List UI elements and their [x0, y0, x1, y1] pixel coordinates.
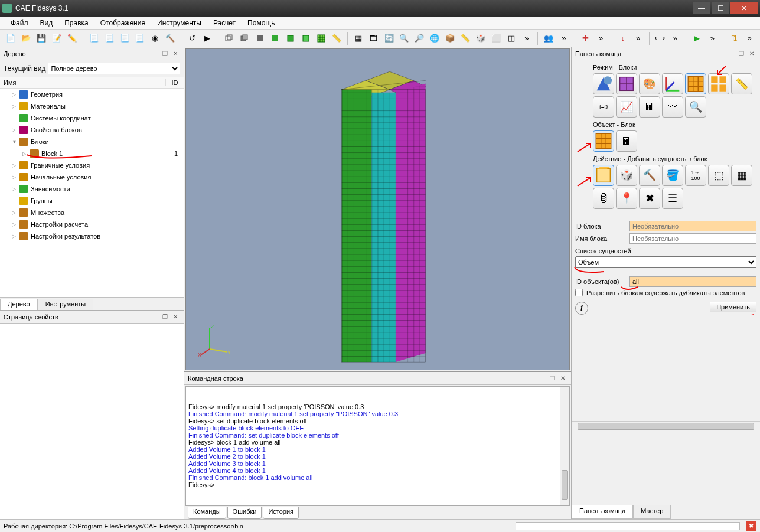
props-undock-icon[interactable]: ❐	[160, 312, 169, 322]
mode-mesh-icon[interactable]	[616, 73, 637, 94]
mesh-icon[interactable]	[314, 31, 328, 45]
more-icon[interactable]: »	[520, 31, 534, 45]
action-paint-icon[interactable]: 🪣	[662, 165, 683, 186]
mode-bc-icon[interactable]: 📏	[731, 73, 752, 94]
mode-wave-icon[interactable]: 〰	[662, 96, 683, 118]
mode-dep-icon[interactable]: 📈	[616, 96, 637, 118]
action-pin-icon[interactable]: 📍	[616, 188, 637, 209]
cmd-undock-icon[interactable]: ❐	[547, 374, 557, 383]
mode-material-icon[interactable]: 🎨	[639, 73, 660, 94]
cmd-tab-commands[interactable]: Команды	[188, 507, 226, 519]
save-icon[interactable]: 💾	[34, 31, 48, 45]
action-cube-icon[interactable]: ⬚	[708, 165, 729, 186]
tree-item[interactable]: Системы координат	[0, 112, 184, 124]
circles-icon[interactable]: ◉	[148, 31, 162, 45]
grid-icon[interactable]: ▦	[351, 31, 366, 45]
tree-view-select[interactable]: Полное дерево	[48, 63, 180, 74]
menu-tools[interactable]: Инструменты	[151, 18, 207, 28]
more7-icon[interactable]: »	[742, 31, 756, 45]
object-calc-icon[interactable]: 🖩	[616, 130, 637, 152]
rp-tab-commands[interactable]: Панель команд	[572, 505, 633, 519]
action-grid-icon[interactable]: ▦	[731, 165, 752, 186]
more5-icon[interactable]: »	[668, 31, 683, 45]
dup-checkbox[interactable]	[575, 289, 583, 296]
block-icon[interactable]: ⬜	[489, 31, 503, 45]
maximize-button[interactable]: ☐	[712, 2, 729, 14]
right-undock-icon[interactable]: ❐	[736, 49, 746, 58]
mode-geom-icon[interactable]	[593, 73, 614, 94]
zoom-in-icon[interactable]: 🔍	[397, 31, 412, 45]
cube-green-icon[interactable]	[268, 31, 282, 45]
tree-close-icon[interactable]: ✕	[171, 49, 180, 58]
edit-icon[interactable]: 📝	[50, 31, 64, 45]
props-close-icon[interactable]: ✕	[171, 312, 180, 322]
doc2-icon[interactable]: 📃	[102, 31, 116, 45]
tab-tree[interactable]: Дерево	[0, 299, 38, 310]
tree-item[interactable]: ▷Настройки результатов	[0, 230, 184, 242]
mode-split-icon[interactable]	[708, 73, 729, 94]
mode-blocks-icon[interactable]	[685, 73, 706, 94]
action-cyl-icon[interactable]: 🛢	[593, 188, 614, 209]
tree-item[interactable]: ▷Настройки расчета	[0, 218, 184, 230]
more3-icon[interactable]: »	[594, 31, 608, 45]
tree-item[interactable]: ▷Свойства блоков	[0, 124, 184, 136]
cube-g2-icon[interactable]	[283, 31, 298, 45]
tree-item[interactable]: ▼Блоки	[0, 136, 184, 148]
mode-coord-icon[interactable]	[662, 73, 683, 94]
new-icon[interactable]: 📄	[4, 31, 18, 45]
entity-type-select[interactable]: Объём	[575, 256, 756, 268]
tree-item[interactable]: ▷Множества	[0, 207, 184, 218]
box-icon[interactable]: 📦	[443, 31, 457, 45]
tree-item[interactable]: ▷Геометрия	[0, 89, 184, 100]
zoom-out-icon[interactable]: 🔎	[412, 31, 426, 45]
doc4-icon[interactable]: 📃	[133, 31, 147, 45]
open-icon[interactable]: 📂	[19, 31, 33, 45]
scale-icon[interactable]: 📏	[330, 31, 344, 45]
more2-icon[interactable]: »	[557, 31, 571, 45]
tree-item[interactable]: Группы	[0, 195, 184, 207]
reset-view-icon[interactable]: ↺	[185, 31, 199, 45]
block-id-input[interactable]	[629, 221, 756, 231]
plus-icon[interactable]: ✚	[579, 31, 593, 45]
obj-id-input[interactable]	[629, 276, 756, 287]
doc1-icon[interactable]: 📃	[87, 31, 101, 45]
tree-item[interactable]: ▷Материалы	[0, 100, 184, 112]
right-hscroll[interactable]	[572, 421, 760, 431]
info-icon[interactable]: i	[575, 302, 588, 315]
menu-calc[interactable]: Расчет	[207, 18, 242, 28]
cmd-output[interactable]: Fidesys> modify material 1 set property …	[185, 386, 570, 506]
object-block-icon[interactable]	[593, 130, 614, 152]
cube-g3-icon[interactable]	[299, 31, 313, 45]
cube-shade-icon[interactable]	[237, 31, 252, 45]
tree-col-id[interactable]: ID	[166, 79, 184, 86]
more4-icon[interactable]: »	[631, 31, 645, 45]
dim-icon[interactable]: ⟷	[653, 31, 667, 45]
play-icon[interactable]: ▶	[690, 31, 704, 45]
menu-file[interactable]: Файл	[5, 18, 34, 28]
status-stop-icon[interactable]: ✖	[746, 521, 756, 531]
zaxis-icon[interactable]: ⇅	[727, 31, 741, 45]
window-icon[interactable]: 🗔	[367, 31, 381, 45]
more6-icon[interactable]: »	[705, 31, 719, 45]
rubik-icon[interactable]: 🎲	[474, 31, 488, 45]
cmd-scrollbar[interactable]	[560, 387, 569, 505]
close-button[interactable]: ✕	[730, 2, 758, 14]
menu-help[interactable]: Помощь	[242, 18, 280, 28]
edit2-icon[interactable]: ✏️	[65, 31, 79, 45]
cmd-tab-history[interactable]: История	[263, 507, 299, 519]
mode-calc-icon[interactable]: 🖩	[639, 96, 660, 118]
cmd-tab-errors[interactable]: Ошибки	[227, 507, 262, 519]
refresh-icon[interactable]: 🔄	[382, 31, 396, 45]
cube2-icon[interactable]: ◫	[504, 31, 518, 45]
cube-wire-icon[interactable]	[222, 31, 236, 45]
rp-tab-master[interactable]: Мастер	[633, 505, 671, 519]
viewport-3d[interactable]: Z Y X	[185, 48, 570, 370]
action-add-icon[interactable]	[593, 165, 614, 186]
menu-view[interactable]: Вид	[34, 18, 59, 28]
tri-icon[interactable]: ▶	[200, 31, 214, 45]
action-list-icon[interactable]: ☰	[662, 188, 683, 209]
mode-ic-icon[interactable]: t=0	[593, 96, 614, 118]
doc3-icon[interactable]: 📃	[118, 31, 132, 45]
action-hammer-icon[interactable]: 🔨	[639, 165, 660, 186]
action-dice-icon[interactable]: 🎲	[616, 165, 637, 186]
